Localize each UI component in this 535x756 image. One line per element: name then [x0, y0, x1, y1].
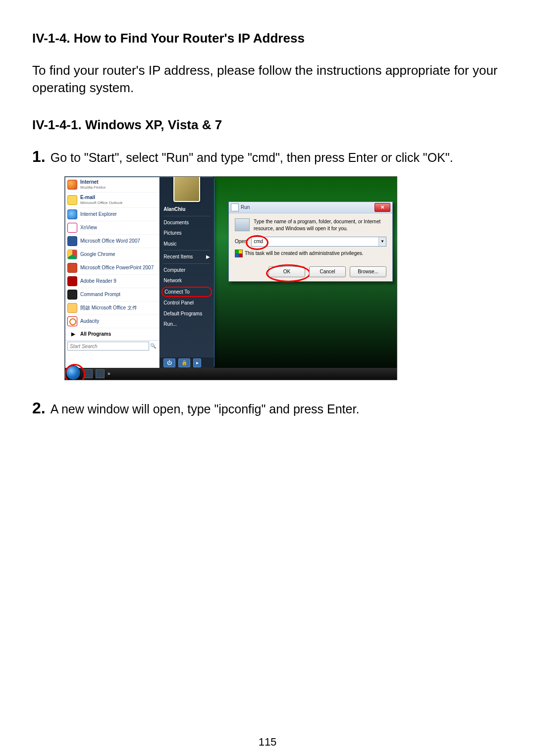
cancel-button[interactable]: Cancel — [309, 266, 346, 277]
internet-title: Internet — [80, 179, 99, 185]
taskbar: » — [65, 368, 397, 380]
chrome-icon — [67, 250, 77, 259]
xnview-icon — [67, 223, 77, 233]
shutdown-options-button[interactable]: ▸ — [193, 358, 201, 367]
subsection-heading: IV-1-4-1. Windows XP, Vista & 7 — [32, 116, 503, 134]
start-menu-item-adobe[interactable]: Adobe Reader 9 — [65, 275, 159, 288]
start-menu-item-ie[interactable]: Internet Explorer — [65, 208, 159, 221]
start-menu: Internet Mozilla Firefox E-mail Microsof… — [65, 177, 214, 369]
run-dialog: Run ✕ Type the name of a program, folder… — [228, 202, 393, 282]
start-search-input[interactable] — [67, 342, 149, 351]
email-sub: Microsoft Office Outlook — [80, 201, 157, 206]
taskbar-icon-1[interactable] — [84, 369, 93, 378]
internet-sub: Mozilla Firefox — [80, 185, 157, 191]
start-menu-item-xnview[interactable]: XnView — [65, 221, 159, 235]
dropdown-arrow-icon[interactable]: ▼ — [378, 237, 386, 246]
lock-button[interactable]: 🔒 — [178, 358, 190, 367]
ok-button[interactable]: OK — [268, 266, 305, 277]
step-2-text: A new window will open, type "ipconfig" … — [51, 401, 360, 418]
start-menu-item-word[interactable]: Microsoft Office Word 2007 — [65, 235, 159, 248]
command-prompt-icon — [67, 290, 77, 300]
link-documents[interactable]: Documents — [163, 216, 210, 228]
close-button[interactable]: ✕ — [374, 203, 390, 212]
shield-icon — [235, 250, 243, 257]
link-control-panel[interactable]: Control Panel — [163, 298, 210, 308]
arrow-right-icon: ▶ — [71, 331, 75, 338]
start-menu-left-column: Internet Mozilla Firefox E-mail Microsof… — [65, 177, 160, 368]
power-row: ⏻ 🔒 ▸ — [160, 357, 214, 368]
start-menu-right-column: AlanChiu Documents Pictures Music Recent… — [160, 177, 214, 368]
start-menu-item-chrome[interactable]: Google Chrome — [65, 248, 159, 261]
start-menu-item-internet[interactable]: Internet Mozilla Firefox — [65, 177, 159, 193]
link-connect-to[interactable]: Connect To — [161, 287, 212, 298]
step-2: 2. A new window will open, type "ipconfi… — [32, 400, 503, 418]
power-button[interactable]: ⏻ — [163, 358, 175, 367]
firefox-icon — [67, 180, 77, 190]
all-programs[interactable]: ▶ All Programs — [65, 328, 159, 340]
link-network[interactable]: Network — [163, 275, 210, 286]
audacity-icon — [67, 316, 77, 326]
step-1-text: Go to "Start", select "Run" and type "cm… — [51, 150, 453, 166]
run-title-text: Run — [241, 204, 250, 211]
privilege-text: This task will be created with administr… — [245, 250, 364, 257]
section-heading: IV-1-4. How to Find Your Router's IP Add… — [32, 30, 503, 47]
start-search-row: 🔍 — [65, 340, 159, 352]
taskbar-expand-icon[interactable]: » — [107, 370, 110, 377]
link-recent-items[interactable]: Recent Items ▶ — [163, 250, 210, 262]
taskbar-icon-2[interactable] — [96, 369, 105, 378]
office-file-icon — [67, 303, 77, 313]
page-number: 115 — [32, 735, 503, 750]
powerpoint-icon — [67, 263, 77, 273]
start-button[interactable] — [66, 365, 81, 380]
open-input[interactable] — [252, 237, 378, 245]
step-1-number: 1. — [32, 149, 46, 164]
start-menu-item-msoffice-file[interactable]: 開啟 Microsoft Office 文件 — [65, 302, 159, 315]
email-title: E-mail — [80, 195, 95, 200]
run-body-icon — [235, 218, 250, 231]
start-menu-item-email[interactable]: E-mail Microsoft Office Outlook — [65, 193, 159, 208]
link-pictures[interactable]: Pictures — [163, 228, 210, 239]
outlook-icon — [67, 195, 77, 205]
step-2-number: 2. — [32, 400, 46, 416]
chevron-right-icon: ▶ — [206, 253, 210, 260]
search-icon[interactable]: 🔍 — [149, 342, 157, 350]
adobe-reader-icon — [67, 276, 77, 286]
link-run[interactable]: Run... — [163, 319, 210, 330]
run-description: Type the name of a program, folder, docu… — [254, 218, 386, 232]
word-icon — [67, 236, 77, 246]
run-titlebar: Run ✕ — [229, 202, 392, 213]
screenshot-start-run: Internet Mozilla Firefox E-mail Microsof… — [64, 176, 397, 380]
start-menu-item-cmd[interactable]: Command Prompt — [65, 288, 159, 302]
ie-icon — [67, 209, 77, 219]
link-default-programs[interactable]: Default Programs — [163, 308, 210, 319]
browse-button[interactable]: Browse... — [350, 266, 386, 277]
intro-paragraph: To find your router's IP address, please… — [32, 62, 503, 97]
start-menu-item-audacity[interactable]: Audacity — [65, 315, 159, 328]
run-dialog-icon — [231, 203, 239, 211]
user-picture[interactable] — [173, 176, 200, 202]
link-music[interactable]: Music — [163, 239, 210, 250]
user-name[interactable]: AlanChiu — [163, 204, 210, 215]
start-menu-item-powerpoint[interactable]: Microsoft Office PowerPoint 2007 — [65, 261, 159, 275]
step-1: 1. Go to "Start", select "Run" and type … — [32, 149, 503, 166]
link-computer[interactable]: Computer — [163, 263, 210, 276]
open-combo[interactable]: ▼ — [251, 237, 386, 247]
open-label: Open: — [235, 238, 248, 245]
